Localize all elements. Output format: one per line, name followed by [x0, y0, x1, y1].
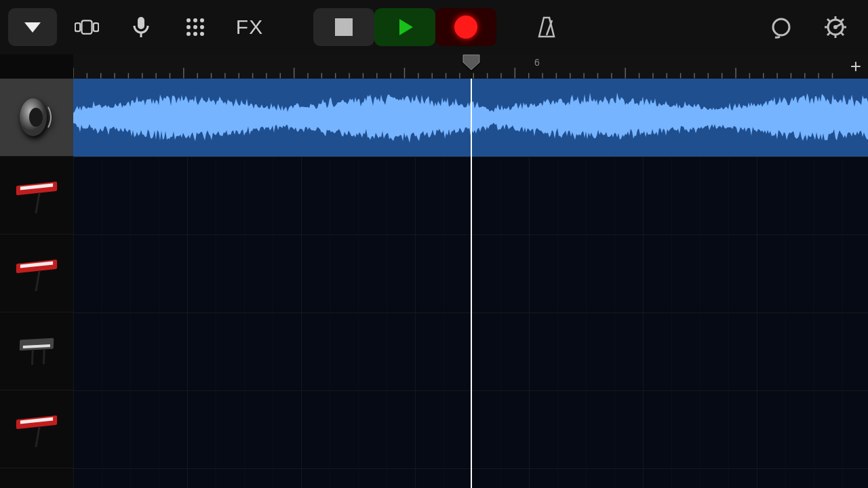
record-icon [454, 16, 477, 39]
svg-point-8 [200, 18, 204, 22]
svg-marker-0 [24, 22, 41, 33]
ruler-ticks [73, 54, 844, 79]
waveform [73, 79, 868, 157]
metronome-button[interactable] [522, 8, 571, 46]
tracks-area [0, 79, 868, 488]
transport-controls [313, 8, 496, 46]
play-button[interactable] [374, 8, 435, 46]
add-section-button[interactable]: + [844, 54, 868, 79]
menu-dropdown-button[interactable] [8, 8, 57, 46]
grid-icon [183, 15, 208, 39]
track-view-toggle[interactable] [62, 8, 111, 46]
svg-point-9 [186, 25, 191, 29]
loop-icon [769, 15, 793, 39]
stop-button[interactable] [313, 8, 374, 46]
track-header-audio[interactable] [0, 79, 73, 157]
stop-icon [335, 18, 353, 36]
metronome-icon [534, 15, 559, 39]
timeline[interactable] [73, 79, 868, 488]
play-icon [393, 15, 417, 39]
keyboard-icon [16, 415, 57, 429]
svg-point-13 [193, 32, 197, 36]
track-headers [0, 79, 73, 488]
svg-rect-2 [82, 20, 92, 34]
svg-line-25 [841, 33, 844, 35]
ruler-label-6: 6 [534, 57, 540, 68]
record-button[interactable] [435, 8, 496, 46]
track-header-synth[interactable] [0, 312, 73, 390]
track-header-kbd-3[interactable] [0, 390, 73, 468]
svg-rect-1 [75, 23, 81, 31]
svg-point-30 [29, 108, 43, 127]
gear-icon [823, 15, 848, 39]
loop-button[interactable] [757, 8, 806, 46]
track-header-kbd-2[interactable] [0, 235, 73, 312]
audio-region[interactable] [73, 79, 868, 157]
ruler-row: 6 + [0, 54, 868, 79]
svg-point-17 [773, 19, 789, 35]
svg-point-14 [200, 32, 204, 36]
svg-point-11 [200, 25, 204, 29]
triangle-down-icon [20, 15, 45, 39]
svg-point-7 [193, 18, 197, 22]
ruler-gutter [0, 54, 73, 79]
microphone-button[interactable] [117, 8, 165, 46]
svg-line-26 [841, 19, 844, 22]
svg-line-24 [827, 19, 830, 22]
svg-marker-15 [399, 19, 413, 35]
keyboard-icon [16, 260, 57, 273]
svg-line-27 [827, 33, 830, 35]
synth-icon [20, 338, 54, 351]
svg-point-10 [193, 25, 197, 29]
track-layout-icon [75, 15, 99, 39]
svg-point-12 [186, 32, 191, 36]
instrument-grid-button[interactable] [171, 8, 220, 46]
timeline-ruler[interactable]: 6 [73, 54, 844, 79]
fx-label: FX [236, 16, 263, 39]
keyboard-icon [16, 182, 57, 195]
plus-icon: + [850, 56, 861, 77]
microphone-icon [129, 15, 153, 39]
toolbar: FX [0, 0, 868, 54]
speaker-icon [13, 94, 60, 141]
fx-button[interactable]: FX [225, 8, 274, 46]
svg-rect-3 [94, 23, 99, 31]
track-header-kbd-1[interactable] [0, 157, 73, 235]
svg-point-6 [186, 18, 191, 22]
svg-rect-4 [138, 17, 144, 29]
settings-button[interactable] [811, 8, 860, 46]
